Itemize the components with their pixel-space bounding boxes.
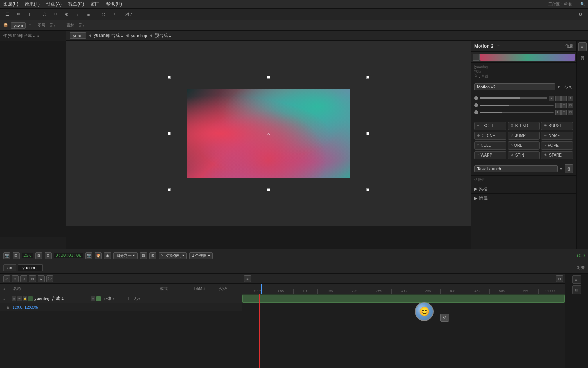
clone-button[interactable]: ⊕ CLONE bbox=[474, 132, 506, 140]
tl-fr-btn-1[interactable]: ≡ bbox=[572, 275, 581, 284]
rope-button[interactable]: ~ ROPE bbox=[541, 141, 573, 150]
handle-mr[interactable] bbox=[366, 132, 369, 135]
slider-btn-1a[interactable]: ≡ bbox=[549, 96, 554, 101]
tool-mask[interactable]: ◎ bbox=[99, 10, 108, 19]
tool-settings[interactable]: ⚙ bbox=[576, 10, 585, 19]
handle-tc[interactable] bbox=[267, 76, 270, 79]
resolution-btn[interactable]: ⊡ bbox=[35, 252, 42, 259]
lang-badge[interactable]: 英 bbox=[440, 314, 449, 322]
slider-track-2[interactable] bbox=[480, 105, 554, 106]
current-timecode[interactable]: 0:00:03:06 bbox=[54, 253, 83, 258]
nav-yuanheji[interactable]: yuanheji bbox=[131, 33, 147, 38]
timeline-tab-yuanheji[interactable]: yuanheji bbox=[18, 264, 43, 271]
blend-button[interactable]: ⊞ BLEND bbox=[508, 122, 540, 130]
sidebar-menu[interactable]: ≡ bbox=[37, 34, 39, 38]
spin-button[interactable]: ↺ SPIN bbox=[508, 151, 540, 159]
slider-btn-3c[interactable]: □ bbox=[568, 110, 573, 115]
slider-btn-2b[interactable]: □ bbox=[561, 103, 567, 108]
toggle-btn[interactable]: ⊠ bbox=[149, 252, 156, 259]
track-bar-1[interactable] bbox=[242, 295, 565, 303]
handle-bl[interactable] bbox=[168, 188, 171, 191]
tool-puppet[interactable]: ✦ bbox=[110, 10, 119, 19]
slider-track-1[interactable] bbox=[480, 97, 547, 99]
slider-btn-3b[interactable]: □ bbox=[561, 110, 567, 115]
handle-tr[interactable] bbox=[366, 76, 369, 79]
layer-icon-vis[interactable]: 👁 bbox=[17, 296, 22, 301]
tool-text[interactable]: T bbox=[25, 10, 34, 19]
nav-tab-yuan[interactable]: yuan bbox=[70, 32, 86, 39]
timeline-tab-an[interactable]: an bbox=[3, 264, 16, 271]
slider-btn-1c[interactable]: □ bbox=[561, 96, 567, 101]
slider-dot-2 bbox=[474, 103, 478, 107]
tool-camera[interactable]: ↕ bbox=[73, 10, 82, 19]
blend-mode-label: 正常 bbox=[104, 296, 112, 301]
tool-zoom[interactable]: ⊕ bbox=[62, 10, 71, 19]
tl-btn-3[interactable]: ○ bbox=[20, 275, 27, 282]
comp-name-badge[interactable]: yuan bbox=[11, 22, 26, 29]
orbit-button[interactable]: ○ ORBIT bbox=[508, 141, 540, 150]
slider-btn-2a[interactable]: ÷ bbox=[555, 103, 561, 108]
tl-extra-1[interactable]: ≡ bbox=[244, 275, 251, 282]
snapshot-btn[interactable]: 📷 bbox=[3, 252, 10, 259]
handle-ml[interactable] bbox=[168, 132, 171, 135]
view-dropdown[interactable]: 1 个视图 ▾ bbox=[189, 252, 213, 259]
nav-precomp[interactable]: 预合成 1 bbox=[155, 32, 171, 38]
attach-section-header[interactable]: ▶ 附属 bbox=[474, 195, 573, 201]
tl-btn-5[interactable]: ✕ bbox=[38, 275, 45, 282]
handle-tl[interactable] bbox=[168, 76, 171, 79]
layer-icon-color[interactable] bbox=[28, 296, 33, 301]
camera-dropdown[interactable]: 活动摄像机 ▾ bbox=[159, 252, 187, 259]
jump-button[interactable]: ↗ JUMP bbox=[508, 132, 540, 140]
timecode-display[interactable]: 25% bbox=[22, 253, 33, 258]
excite-button[interactable]: + EXCITE bbox=[474, 122, 506, 130]
preview-btn[interactable]: ⊞ bbox=[13, 252, 20, 259]
tool-pan[interactable]: ≡ bbox=[84, 10, 93, 19]
slider-btn-1b[interactable]: □ bbox=[555, 96, 561, 101]
tool-clone[interactable]: ✂ bbox=[51, 10, 60, 19]
name-button[interactable]: ✏ NAME bbox=[541, 132, 573, 140]
region-btn[interactable]: 📷 bbox=[85, 252, 92, 259]
panel-menu[interactable]: ≡ bbox=[497, 44, 500, 48]
far-right-btn-1[interactable]: ≡ bbox=[578, 42, 587, 51]
quality-dropdown[interactable]: 四分之一 ▾ bbox=[113, 252, 138, 259]
menu-help[interactable]: 帮助(H) bbox=[106, 1, 122, 7]
task-launch-dropdown[interactable]: Task Launch bbox=[474, 165, 558, 172]
tl-btn-4[interactable]: ⊞ bbox=[29, 275, 36, 282]
tool-shape[interactable]: ⬡ bbox=[40, 10, 49, 19]
tl-extra-end[interactable]: ⊡ bbox=[556, 275, 563, 282]
menu-window[interactable]: 窗口 bbox=[90, 1, 100, 7]
menu-layer[interactable]: 图层(L) bbox=[3, 1, 18, 7]
playhead[interactable] bbox=[259, 294, 260, 368]
color-btn[interactable]: 🎨 bbox=[95, 252, 102, 259]
menu-view[interactable]: 视图(O) bbox=[68, 1, 84, 7]
handle-br[interactable] bbox=[366, 188, 369, 191]
style-section-header[interactable]: ▶ 风格 bbox=[474, 186, 573, 192]
nav-comp1[interactable]: yuanheji 合成 1 bbox=[94, 32, 123, 38]
color2-btn[interactable]: ◉ bbox=[104, 252, 111, 259]
tool-pen[interactable]: ✏ bbox=[14, 10, 23, 19]
slider-btn-3a[interactable]: L bbox=[555, 110, 561, 115]
grid-btn[interactable]: ⊞ bbox=[140, 252, 147, 259]
slider-btn-1d[interactable]: ↕ bbox=[568, 96, 573, 101]
burst-button[interactable]: ✸ BURST bbox=[541, 122, 573, 130]
layer-icon-solo[interactable]: ◉ bbox=[12, 296, 16, 301]
menu-animation[interactable]: 动画(A) bbox=[46, 1, 62, 7]
align-btn[interactable]: 对齐 bbox=[577, 265, 585, 271]
stare-button[interactable]: 👁 STARE bbox=[541, 151, 573, 159]
layer-motion-blur[interactable]: ⊞ bbox=[91, 296, 95, 301]
menu-effect[interactable]: 效果(T) bbox=[25, 1, 40, 7]
handle-bc[interactable] bbox=[267, 188, 270, 191]
task-delete-button[interactable]: 🗑 bbox=[565, 164, 573, 173]
slider-track-3[interactable] bbox=[480, 112, 554, 113]
frame-btn[interactable]: ⊟ bbox=[45, 252, 52, 259]
tl-btn-6[interactable]: 〇 bbox=[46, 275, 53, 282]
null-button[interactable]: ○ NULL bbox=[474, 141, 506, 150]
tl-btn-2[interactable]: ⊕ bbox=[12, 275, 19, 282]
motion-dropdown[interactable]: Motion v2 bbox=[474, 83, 555, 90]
tl-fr-btn-2[interactable]: ⊞ bbox=[572, 285, 581, 294]
tool-select[interactable]: ☰ bbox=[3, 10, 12, 19]
layer-icon-lock[interactable]: 🔒 bbox=[23, 296, 27, 301]
tl-btn-1[interactable]: ↗ bbox=[3, 275, 10, 282]
warp-button[interactable]: ⌂ WARP bbox=[474, 151, 506, 159]
slider-btn-2c[interactable]: □ bbox=[568, 103, 573, 108]
